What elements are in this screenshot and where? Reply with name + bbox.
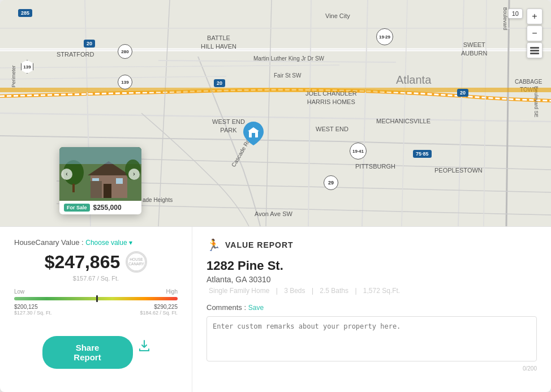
download-icon[interactable] [139, 339, 150, 355]
property-baths: 2.5 Baths [320, 287, 348, 295]
choose-value-link[interactable]: Choose value ▾ [85, 239, 132, 247]
shield-20-left: 20 [84, 40, 95, 48]
zoom-in-button[interactable]: + [527, 8, 543, 24]
svg-rect-32 [104, 184, 111, 198]
shield-19-29: 19·29 [376, 28, 393, 45]
card-prev-button[interactable]: ‹ [61, 169, 72, 180]
report-title: VALUE REPORT [225, 240, 294, 249]
share-report-button[interactable]: Share Report [42, 336, 133, 369]
range-high-values: $290,225 $184.62 / Sq. Ft. [140, 304, 178, 316]
detail-sep-3: | [355, 287, 358, 295]
property-card-footer: For Sale $255,000 [59, 201, 141, 214]
svg-rect-34 [116, 178, 123, 184]
shield-75-85: 75·85 [413, 150, 432, 158]
left-panel: HouseCanary Value : Choose value ▾ $247,… [0, 227, 192, 392]
property-card-price: $255,000 [93, 204, 122, 212]
range-labels: Low High [14, 288, 178, 295]
property-address: 1282 Pine St. [206, 259, 537, 273]
report-header: 🏃 VALUE REPORT [206, 238, 537, 252]
property-beds: 3 Beds [284, 287, 305, 295]
svg-rect-29 [72, 184, 75, 192]
svg-rect-22 [530, 50, 539, 51]
map-marker[interactable] [243, 122, 264, 145]
range-low-values: $200,125 $127.30 / Sq. Ft. [14, 304, 52, 316]
svg-rect-35 [91, 181, 102, 198]
shield-20-mid: 20 [214, 79, 225, 87]
detail-sep-1: | [276, 287, 279, 295]
main-value: $247,865 [45, 252, 120, 273]
range-bar-container: Low High $200,125 $127.30 / Sq. Ft. $290… [14, 288, 178, 316]
svg-rect-26 [252, 133, 255, 137]
svg-text:CANARY: CANARY [129, 262, 145, 266]
shield-29: 29 [324, 175, 338, 190]
property-details: Single Family Home | 3 Beds | 2.5 Baths … [206, 287, 537, 295]
svg-rect-23 [530, 53, 539, 54]
shield-19-41: 19·41 [350, 143, 367, 160]
property-card: ‹ › For Sale $255,000 [59, 147, 141, 214]
save-link[interactable]: Save [248, 304, 264, 312]
range-high-label: High [166, 288, 178, 295]
svg-text:HOUSE: HOUSE [130, 257, 143, 261]
range-indicator [96, 295, 98, 302]
map-section: Atlanta STRATFORD BATTLEHILL HAVEN Vine … [0, 0, 551, 226]
sqft-value: $157.67 / Sq. Ft. [73, 275, 119, 282]
shield-20-right: 20 [457, 89, 468, 97]
for-sale-badge: For Sale [64, 204, 90, 212]
layers-button[interactable] [527, 42, 543, 58]
shield-285: 285 [18, 9, 32, 17]
range-low-label: Low [14, 288, 24, 295]
map-controls: + − [527, 8, 543, 58]
hc-logo: HOUSE CANARY [126, 251, 147, 273]
value-display: $247,865 HOUSE CANARY [45, 251, 147, 273]
share-row: Share Report [14, 325, 178, 369]
property-type: Single Family Home [209, 287, 269, 295]
card-next-button[interactable]: › [128, 169, 140, 180]
shield-139-state: 139 [21, 60, 33, 74]
property-sqft: 1,572 Sq.Ft. [363, 287, 400, 295]
right-panel: 🏃 VALUE REPORT 1282 Pine St. Atlanta, GA… [192, 227, 551, 392]
property-image: ‹ › [59, 147, 141, 201]
layers-icon [530, 46, 539, 55]
shield-280: 280 [118, 44, 132, 59]
zoom-level-display: 10 [508, 8, 523, 19]
property-city: Atlanta, GA 30310 [206, 275, 537, 284]
zoom-out-button[interactable]: − [527, 25, 543, 41]
comments-textarea[interactable] [206, 316, 537, 361]
bottom-section: HouseCanary Value : Choose value ▾ $247,… [0, 226, 551, 392]
range-values: $200,125 $127.30 / Sq. Ft. $290,225 $184… [14, 304, 178, 316]
svg-rect-21 [530, 47, 539, 49]
housecanary-label: HouseCanary Value : Choose value ▾ [14, 238, 132, 247]
comments-label: Comments : Save [206, 303, 537, 312]
report-icon: 🏃 [206, 238, 221, 252]
detail-sep-2: | [312, 287, 315, 295]
app-container: Atlanta STRATFORD BATTLEHILL HAVEN Vine … [0, 0, 551, 392]
range-bar [14, 297, 178, 300]
shield-139-circle: 139 [118, 75, 132, 89]
char-count: 0/200 [206, 365, 537, 372]
